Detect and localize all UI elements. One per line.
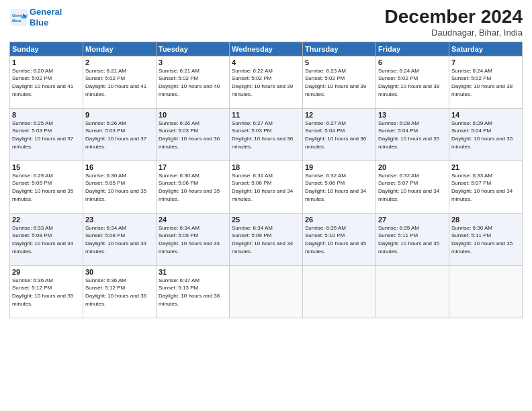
day-number: 30 [85, 268, 154, 276]
header-row: SundayMondayTuesdayWednesdayThursdayFrid… [10, 42, 523, 56]
calendar-day [303, 265, 376, 318]
calendar-day: 1 Sunrise: 6:20 AMSunset: 5:02 PMDayligh… [10, 56, 83, 108]
day-detail: Sunrise: 6:24 AMSunset: 5:02 PMDaylight:… [378, 67, 447, 98]
header-day: Saturday [449, 42, 523, 56]
day-number: 9 [85, 111, 154, 119]
day-detail: Sunrise: 6:21 AMSunset: 5:02 PMDaylight:… [85, 67, 154, 98]
header-day: Wednesday [230, 42, 303, 56]
calendar-day: 23 Sunrise: 6:34 AMSunset: 5:08 PMDaylig… [83, 213, 157, 265]
calendar-day: 20 Sunrise: 6:32 AMSunset: 5:07 PMDaylig… [376, 161, 449, 213]
day-detail: Sunrise: 6:25 AMSunset: 5:03 PMDaylight:… [12, 120, 81, 150]
day-number: 5 [305, 58, 373, 66]
day-number: 15 [12, 163, 81, 171]
calendar-day: 17 Sunrise: 6:30 AMSunset: 5:06 PMDaylig… [157, 161, 230, 213]
day-detail: Sunrise: 6:35 AMSunset: 5:11 PMDaylight:… [378, 224, 447, 255]
header-day: Sunday [10, 42, 83, 56]
day-number: 4 [232, 58, 300, 66]
calendar-day [230, 265, 303, 318]
day-number: 22 [12, 216, 81, 224]
day-number: 20 [378, 163, 447, 171]
day-number: 18 [232, 163, 300, 171]
day-detail: Sunrise: 6:36 AMSunset: 5:12 PMDaylight:… [12, 277, 81, 308]
calendar-day [449, 265, 523, 318]
day-number: 19 [305, 163, 373, 171]
day-number: 23 [85, 216, 154, 224]
day-detail: Sunrise: 6:33 AMSunset: 5:08 PMDaylight:… [12, 224, 81, 255]
logo: General Blue GeneralBlue [9, 7, 62, 28]
header-day: Friday [376, 42, 449, 56]
calendar-day: 26 Sunrise: 6:35 AMSunset: 5:10 PMDaylig… [303, 213, 376, 265]
calendar-day [376, 265, 449, 318]
logo-icon: General Blue [9, 8, 28, 27]
day-number: 3 [159, 58, 227, 66]
calendar-day: 28 Sunrise: 6:36 AMSunset: 5:11 PMDaylig… [449, 213, 523, 265]
day-detail: Sunrise: 6:36 AMSunset: 5:11 PMDaylight:… [451, 224, 520, 255]
calendar-day: 5 Sunrise: 6:23 AMSunset: 5:02 PMDayligh… [303, 56, 376, 108]
calendar-day: 3 Sunrise: 6:21 AMSunset: 5:02 PMDayligh… [157, 56, 230, 108]
day-number: 10 [159, 111, 227, 119]
day-detail: Sunrise: 6:31 AMSunset: 5:06 PMDaylight:… [232, 172, 300, 203]
day-detail: Sunrise: 6:22 AMSunset: 5:02 PMDaylight:… [232, 67, 300, 98]
day-number: 24 [159, 216, 227, 224]
day-number: 1 [12, 58, 81, 66]
calendar-day: 19 Sunrise: 6:32 AMSunset: 5:06 PMDaylig… [303, 161, 376, 213]
day-detail: Sunrise: 6:29 AMSunset: 5:04 PMDaylight:… [451, 120, 520, 150]
day-detail: Sunrise: 6:34 AMSunset: 5:09 PMDaylight:… [232, 224, 300, 255]
day-number: 14 [451, 111, 520, 119]
title-block: December 2024 Daudnagar, Bihar, India [385, 7, 523, 38]
day-detail: Sunrise: 6:33 AMSunset: 5:07 PMDaylight:… [451, 172, 520, 203]
day-detail: Sunrise: 6:36 AMSunset: 5:12 PMDaylight:… [85, 277, 154, 308]
calendar-day: 25 Sunrise: 6:34 AMSunset: 5:09 PMDaylig… [230, 213, 303, 265]
day-number: 31 [159, 268, 227, 276]
calendar-week: 8 Sunrise: 6:25 AMSunset: 5:03 PMDayligh… [10, 108, 523, 161]
day-number: 11 [232, 111, 300, 119]
day-number: 26 [305, 216, 373, 224]
calendar-day: 18 Sunrise: 6:31 AMSunset: 5:06 PMDaylig… [230, 161, 303, 213]
calendar-day: 31 Sunrise: 6:37 AMSunset: 5:13 PMDaylig… [157, 265, 230, 318]
day-detail: Sunrise: 6:35 AMSunset: 5:10 PMDaylight:… [305, 224, 373, 255]
header: General Blue GeneralBlue December 2024 D… [9, 7, 523, 38]
day-number: 29 [12, 268, 81, 276]
header-day: Monday [83, 42, 157, 56]
day-detail: Sunrise: 6:29 AMSunset: 5:05 PMDaylight:… [12, 172, 81, 203]
calendar-day: 9 Sunrise: 6:26 AMSunset: 5:03 PMDayligh… [83, 108, 157, 161]
header-day: Thursday [303, 42, 376, 56]
calendar-table: SundayMondayTuesdayWednesdayThursdayFrid… [9, 42, 523, 318]
day-detail: Sunrise: 6:27 AMSunset: 5:03 PMDaylight:… [232, 120, 300, 150]
calendar-week: 15 Sunrise: 6:29 AMSunset: 5:05 PMDaylig… [10, 161, 523, 213]
location: Daudnagar, Bihar, India [385, 28, 523, 38]
calendar-day: 4 Sunrise: 6:22 AMSunset: 5:02 PMDayligh… [230, 56, 303, 108]
day-number: 28 [451, 216, 520, 224]
day-detail: Sunrise: 6:37 AMSunset: 5:13 PMDaylight:… [159, 277, 227, 308]
month-title: December 2024 [385, 7, 523, 28]
calendar-day: 13 Sunrise: 6:28 AMSunset: 5:04 PMDaylig… [376, 108, 449, 161]
day-number: 17 [159, 163, 227, 171]
calendar-day: 2 Sunrise: 6:21 AMSunset: 5:02 PMDayligh… [83, 56, 157, 108]
calendar-day: 29 Sunrise: 6:36 AMSunset: 5:12 PMDaylig… [10, 265, 83, 318]
day-number: 2 [85, 58, 154, 66]
calendar-day: 10 Sunrise: 6:26 AMSunset: 5:03 PMDaylig… [157, 108, 230, 161]
day-number: 8 [12, 111, 81, 119]
calendar-week: 1 Sunrise: 6:20 AMSunset: 5:02 PMDayligh… [10, 56, 523, 108]
day-detail: Sunrise: 6:27 AMSunset: 5:04 PMDaylight:… [305, 120, 373, 150]
day-detail: Sunrise: 6:30 AMSunset: 5:06 PMDaylight:… [159, 172, 227, 203]
day-detail: Sunrise: 6:21 AMSunset: 5:02 PMDaylight:… [159, 67, 227, 98]
calendar-day: 12 Sunrise: 6:27 AMSunset: 5:04 PMDaylig… [303, 108, 376, 161]
calendar-day: 16 Sunrise: 6:30 AMSunset: 5:05 PMDaylig… [83, 161, 157, 213]
day-detail: Sunrise: 6:32 AMSunset: 5:06 PMDaylight:… [305, 172, 373, 203]
calendar-day: 11 Sunrise: 6:27 AMSunset: 5:03 PMDaylig… [230, 108, 303, 161]
calendar-day: 15 Sunrise: 6:29 AMSunset: 5:05 PMDaylig… [10, 161, 83, 213]
calendar-day: 27 Sunrise: 6:35 AMSunset: 5:11 PMDaylig… [376, 213, 449, 265]
calendar-day: 21 Sunrise: 6:33 AMSunset: 5:07 PMDaylig… [449, 161, 523, 213]
calendar-day: 24 Sunrise: 6:34 AMSunset: 5:09 PMDaylig… [157, 213, 230, 265]
calendar-week: 22 Sunrise: 6:33 AMSunset: 5:08 PMDaylig… [10, 213, 523, 265]
svg-text:Blue: Blue [12, 18, 21, 23]
day-detail: Sunrise: 6:26 AMSunset: 5:03 PMDaylight:… [159, 120, 227, 150]
day-number: 6 [378, 58, 447, 66]
calendar-day: 7 Sunrise: 6:24 AMSunset: 5:02 PMDayligh… [449, 56, 523, 108]
day-number: 7 [451, 58, 520, 66]
day-number: 12 [305, 111, 373, 119]
calendar-day: 30 Sunrise: 6:36 AMSunset: 5:12 PMDaylig… [83, 265, 157, 318]
day-number: 21 [451, 163, 520, 171]
day-number: 25 [232, 216, 300, 224]
